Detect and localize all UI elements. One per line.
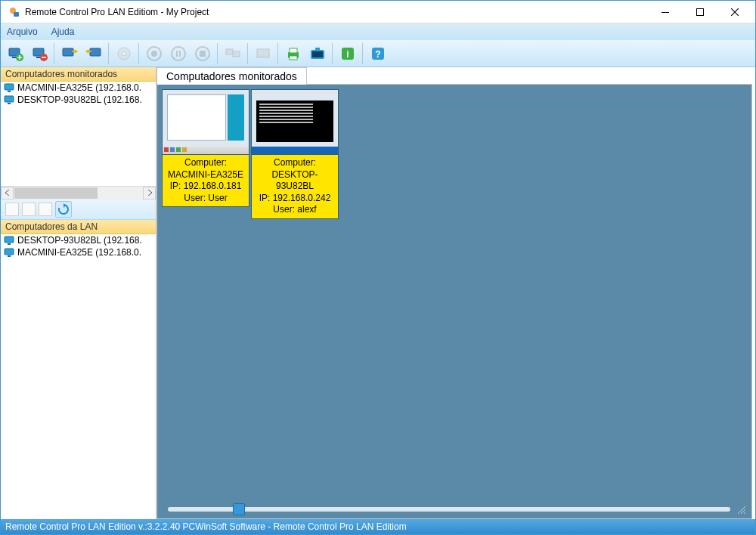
toolbar-separator [54, 43, 55, 64]
app-icon [8, 6, 20, 18]
thumbnail-grid: Computer: MACMINI-EA325E IP: 192.168.0.1… [162, 89, 747, 219]
svg-rect-38 [5, 237, 14, 243]
status-text: Remote Control Pro LAN Edition v.:3.2.2.… [5, 521, 407, 532]
screenshot-thumbnail [252, 90, 338, 155]
computer-card[interactable]: Computer: MACMINI-EA325E IP: 192.168.0.1… [162, 89, 249, 207]
svg-text:?: ? [375, 49, 380, 60]
slider-thumb[interactable] [233, 503, 245, 515]
screenshot-thumbnail [163, 90, 249, 155]
lan-tree[interactable]: DESKTOP-93U82BL (192.168. MACMINI-EA325E… [1, 234, 156, 519]
svg-rect-21 [226, 49, 233, 54]
view-medium-button[interactable] [22, 203, 36, 216]
monitor-icon [4, 82, 14, 93]
svg-rect-2 [662, 12, 669, 13]
card-label: Computer: DESKTOP-93U82BL IP: 192.168.0.… [252, 155, 338, 218]
tree-item-label: MACMINI-EA325E (192.168.0. [17, 82, 141, 93]
body: Computadores monitorados MACMINI-EA325E … [1, 67, 755, 519]
print-button[interactable] [282, 42, 305, 65]
monitored-header: Computadores monitorados [1, 67, 156, 82]
toolbar-separator [138, 43, 140, 64]
svg-rect-10 [63, 48, 73, 56]
toolbar-separator [332, 43, 333, 64]
main: Computadores monitorados Computer: MACMI… [156, 67, 755, 519]
scroll-track[interactable] [14, 187, 143, 199]
svg-rect-36 [5, 96, 14, 102]
toolbar-separator [362, 43, 364, 64]
toolbar: i ? [1, 40, 755, 67]
toolbar-separator [247, 43, 249, 64]
monitor-icon [4, 247, 14, 258]
scroll-thumb[interactable] [14, 187, 98, 199]
svg-rect-20 [200, 51, 206, 57]
resize-grip-icon [736, 505, 745, 514]
disc-button[interactable] [113, 42, 135, 65]
svg-point-15 [151, 51, 157, 57]
svg-rect-17 [176, 51, 178, 57]
card-user: User: alexf [253, 204, 336, 216]
monitor-icon [4, 235, 14, 246]
tree-item[interactable]: MACMINI-EA325E (192.168.0. [1, 82, 156, 94]
remove-computer-button[interactable] [28, 42, 51, 65]
computer-card[interactable]: Computer: DESKTOP-93U82BL IP: 192.168.0.… [251, 89, 339, 219]
menu-help[interactable]: Ajuda [51, 26, 75, 37]
svg-rect-35 [8, 91, 11, 92]
svg-rect-3 [697, 8, 704, 15]
card-user: User: User [164, 193, 247, 205]
card-computer: Computer: MACMINI-EA325E [164, 157, 247, 181]
help-button[interactable]: ? [367, 42, 389, 65]
export-button[interactable] [82, 42, 105, 65]
svg-rect-28 [312, 51, 323, 57]
svg-rect-41 [8, 255, 11, 257]
svg-rect-25 [290, 48, 297, 53]
monitored-tree[interactable]: MACMINI-EA325E (192.168.0. DESKTOP-93U82… [1, 82, 156, 186]
horizontal-scrollbar[interactable] [1, 186, 156, 199]
minimize-button[interactable] [648, 1, 683, 23]
info-button[interactable]: i [336, 42, 359, 65]
svg-rect-29 [315, 48, 320, 51]
zoom-slider[interactable] [162, 500, 747, 518]
maximize-button[interactable] [683, 1, 717, 23]
lan-toolbar [1, 199, 156, 220]
scroll-left-button[interactable] [1, 187, 14, 199]
tree-item-label: DESKTOP-93U82BL (192.168. [17, 94, 142, 105]
lan-header: Computadores da LAN [1, 220, 156, 234]
toolbar-separator [217, 43, 218, 64]
close-button[interactable] [717, 1, 752, 23]
tab-strip: Computadores monitorados [156, 67, 755, 84]
screen-single-button[interactable] [252, 42, 274, 65]
record-button[interactable] [143, 42, 166, 65]
import-button[interactable] [58, 42, 81, 65]
refresh-button[interactable] [55, 201, 72, 218]
svg-point-13 [122, 51, 126, 55]
view-small-button[interactable] [39, 203, 52, 216]
menu-file[interactable]: Arquivo [7, 26, 38, 37]
toolbar-separator [108, 43, 110, 64]
statusbar: Remote Control Pro LAN Edition v.:3.2.2.… [1, 519, 755, 534]
menubar: Arquivo Ajuda [1, 23, 755, 40]
scroll-right-button[interactable] [143, 187, 156, 199]
tab-monitored[interactable]: Computadores monitorados [156, 67, 307, 85]
card-ip: IP: 192.168.0.181 [164, 181, 247, 193]
screens-button[interactable] [222, 42, 244, 65]
tree-item[interactable]: DESKTOP-93U82BL (192.168. [1, 234, 156, 246]
tree-item-label: DESKTOP-93U82BL (192.168. [17, 235, 142, 246]
svg-rect-1 [14, 12, 19, 17]
content-area: Computer: MACMINI-EA325E IP: 192.168.0.1… [156, 84, 752, 519]
svg-point-16 [172, 47, 185, 60]
app-window: Remote Control Pro LAN Editiom - My Proj… [0, 0, 756, 535]
add-computer-button[interactable] [4, 42, 26, 65]
pause-button[interactable] [167, 42, 190, 65]
svg-rect-34 [5, 84, 14, 90]
screenshot-button[interactable] [306, 42, 329, 65]
tree-item-label: MACMINI-EA325E (192.168.0. [17, 247, 141, 258]
tree-item[interactable]: MACMINI-EA325E (192.168.0. [1, 246, 156, 258]
stop-button[interactable] [191, 42, 214, 65]
slider-track[interactable] [168, 507, 730, 512]
monitor-icon [4, 94, 14, 105]
titlebar[interactable]: Remote Control Pro LAN Editiom - My Proj… [1, 1, 755, 23]
view-large-button[interactable] [5, 203, 19, 216]
card-ip: IP: 192.168.0.242 [253, 193, 336, 205]
sidebar: Computadores monitorados MACMINI-EA325E … [1, 67, 156, 519]
tree-item[interactable]: DESKTOP-93U82BL (192.168. [1, 94, 156, 106]
window-title: Remote Control Pro LAN Editiom - My Proj… [25, 7, 648, 17]
